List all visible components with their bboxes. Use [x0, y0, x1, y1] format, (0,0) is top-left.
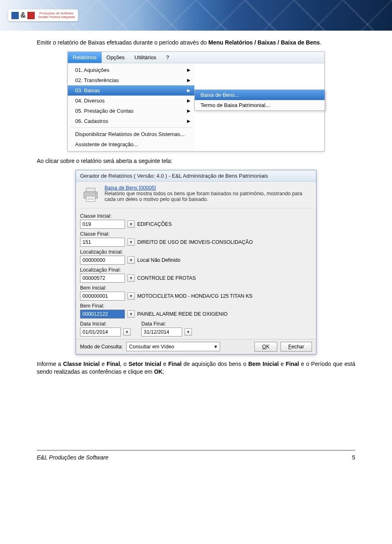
dropdown-button[interactable]: ▼ — [127, 256, 135, 264]
dropdown-button[interactable]: ▼ — [185, 328, 192, 336]
report-description: Relatório que mostra todos os bens que f… — [105, 191, 311, 202]
label-data-final: Data Final: — [141, 321, 192, 327]
printer-icon — [81, 185, 100, 205]
input-loc-final[interactable]: 00000572 — [80, 274, 125, 283]
text-loc-final: CONTROLE DE FROTAS — [137, 275, 196, 281]
input-bem-inicial[interactable]: 000000001 — [80, 292, 125, 301]
label-loc-final: Localização Final: — [80, 267, 312, 273]
label-classe-final: Classe Final: — [80, 231, 312, 237]
label-modo-consulta: Modo de Consulta: — [80, 344, 123, 350]
company-logo: & Produções de Software Gestão Pública I… — [8, 9, 78, 21]
chevron-right-icon: ▶ — [187, 118, 190, 124]
dropdown-button[interactable]: ▼ — [127, 274, 135, 282]
menu-item-prestacao[interactable]: 05. Prestação de Contas▶ — [68, 106, 194, 116]
menu-item-diversos[interactable]: 04. Diversos▶ — [68, 96, 194, 106]
dropdown-button[interactable]: ▼ — [123, 328, 131, 336]
dropdown-button[interactable]: ▼ — [127, 221, 135, 228]
select-modo-consulta[interactable]: Consultar em Vídeo ▾ — [126, 342, 220, 351]
input-bem-final[interactable]: 000012122 — [80, 310, 125, 319]
dropdown-button[interactable]: ▼ — [127, 239, 135, 246]
label-data-inicial: Data Inicial: — [80, 321, 131, 327]
chevron-right-icon: ▶ — [187, 98, 190, 103]
submenu-baixas: Baixa de Bens... Termo de Baixa Patrimon… — [194, 89, 325, 111]
intro-paragraph: Emitir o relatório de Baixas efetuadas d… — [37, 39, 355, 47]
submenu-baixa-de-bens[interactable]: Baixa de Bens... — [195, 90, 325, 100]
text-loc-inicial: Local Não Definido — [137, 257, 180, 263]
para-2: Ao clicar sobre o relatório será aberta … — [37, 157, 355, 165]
input-classe-inicial[interactable]: 019 — [80, 220, 125, 229]
dropdown-button[interactable]: ▼ — [127, 292, 135, 300]
svg-rect-2 — [86, 196, 95, 201]
chevron-right-icon: ▶ — [187, 78, 190, 83]
menu-item-disponibilizar[interactable]: Disponibilizar Relatórios de Outros Sist… — [68, 129, 194, 139]
dropdown-button[interactable]: ▼ — [127, 310, 135, 318]
menu-item-aquisicoes[interactable]: 01. Aquisições▶ — [68, 65, 194, 75]
text-bem-inicial: MOTOCICLETA MOD - HONDA/CG 125 TITAN KS — [137, 293, 252, 299]
menu-item-transferencias[interactable]: 02. Transferências▶ — [68, 75, 194, 85]
footer-company: E&L Produções de Software — [37, 454, 109, 461]
menu-item-baixas[interactable]: 03. Baixas▶ — [68, 85, 194, 96]
text-classe-final: DIREITO DE USO DE IMOVEIS-CONSOLIDAÇÃO — [137, 239, 253, 245]
svg-point-5 — [95, 193, 96, 194]
menu-item-assistente[interactable]: Assistente de Integração... — [68, 139, 194, 149]
report-link[interactable]: Baixa de Bens [00005] — [105, 185, 311, 191]
menu-help[interactable]: ? — [161, 52, 174, 63]
label-classe-inicial: Classe Inicial: — [80, 213, 312, 219]
menu-item-cadastros[interactable]: 06. Cadastros▶ — [68, 116, 194, 126]
page-number: 5 — [352, 454, 355, 461]
label-bem-inicial: Bem Inicial: — [80, 285, 312, 291]
svg-rect-0 — [86, 188, 95, 192]
menu-utilitarios[interactable]: Utilitários — [129, 52, 161, 63]
ok-button[interactable]: OK — [254, 342, 277, 352]
input-loc-inicial[interactable]: 00000000 — [80, 256, 125, 265]
dialog-title: Gerador de Relatórios ( Versão: 4.0 ) - … — [76, 170, 316, 182]
header-banner: & Produções de Software Gestão Pública I… — [0, 0, 392, 31]
input-data-final[interactable]: 31/12/2014 — [141, 328, 182, 337]
submenu-termo-baixa[interactable]: Termo de Baixa Patrimonial... — [195, 100, 325, 110]
text-classe-inicial: EDIFICAÇÕES — [137, 221, 172, 227]
fechar-button[interactable]: Fechar — [281, 342, 312, 352]
input-classe-final[interactable]: 151 — [80, 238, 125, 247]
para-3: Informe a Classe Inicial e Final, o Seto… — [37, 360, 355, 376]
label-bem-final: Bem Final: — [80, 303, 312, 309]
chevron-right-icon: ▶ — [187, 67, 190, 73]
logo-tagline-2: Gestão Pública Integrada — [38, 16, 75, 19]
menu-separator — [70, 127, 192, 128]
chevron-right-icon: ▶ — [187, 108, 190, 114]
input-data-inicial[interactable]: 01/01/2014 — [80, 328, 121, 337]
menu-relatorios[interactable]: Relatórios — [68, 52, 102, 63]
chevron-down-icon: ▾ — [214, 343, 217, 350]
report-dialog: Gerador de Relatórios ( Versão: 4.0 ) - … — [76, 170, 316, 354]
text-bem-final: PAINEL ALARME REDE DE OXIGENIO — [137, 311, 228, 317]
label-loc-inicial: Localização Inicial: — [80, 249, 312, 255]
menu-screenshot: Relatórios Opções Utilitários ? 01. Aqui… — [67, 51, 325, 152]
menu-opcoes[interactable]: Opções — [102, 52, 130, 63]
chevron-right-icon: ▶ — [187, 88, 190, 93]
